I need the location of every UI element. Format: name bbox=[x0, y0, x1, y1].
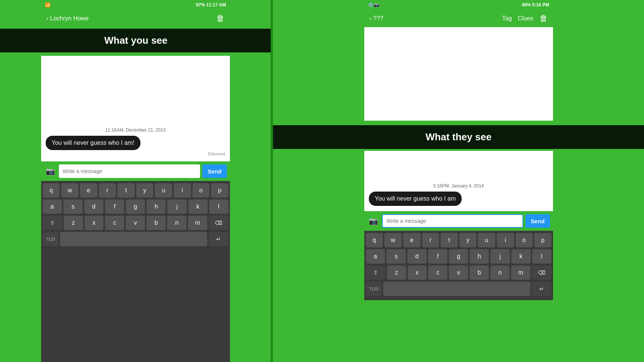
left-trash-icon[interactable]: 🗑 bbox=[216, 14, 225, 23]
rkey-p[interactable]: p bbox=[534, 233, 552, 247]
right-keyboard-row-1: q w e r t y u i o p bbox=[366, 233, 552, 247]
key-k[interactable]: k bbox=[188, 199, 208, 214]
rkey-u[interactable]: u bbox=[478, 233, 495, 247]
left-keyboard-row-3: ⇧ z x c v b n m ⌫ bbox=[43, 216, 228, 230]
key-n[interactable]: n bbox=[167, 216, 186, 230]
key-sym[interactable]: ?123 bbox=[43, 232, 59, 246]
left-chat-area: 11:16AM, December 21, 2013 You will neve… bbox=[41, 56, 230, 161]
left-delivered: Delivered bbox=[46, 152, 225, 156]
left-phone-body: 11:16AM, December 21, 2013 You will neve… bbox=[41, 56, 230, 362]
rkey-g[interactable]: g bbox=[449, 249, 468, 264]
right-chat-timestamp: 5:16PM, January 4, 2014 bbox=[369, 183, 548, 189]
left-camera-icon[interactable]: 📷 bbox=[44, 165, 57, 177]
key-p[interactable]: p bbox=[211, 183, 228, 198]
key-m[interactable]: m bbox=[188, 216, 207, 230]
rkey-shift[interactable]: ⇧ bbox=[366, 265, 385, 280]
key-f[interactable]: f bbox=[105, 199, 124, 214]
what-you-see-label: What you see bbox=[0, 29, 271, 52]
key-v[interactable]: v bbox=[126, 216, 145, 230]
key-x[interactable]: x bbox=[85, 216, 104, 230]
rkey-r[interactable]: r bbox=[422, 233, 439, 247]
key-a[interactable]: a bbox=[43, 199, 62, 214]
left-status-left: 📶 bbox=[45, 2, 51, 8]
right-clues-btn[interactable]: Clues bbox=[518, 15, 533, 22]
right-message-input[interactable] bbox=[382, 214, 523, 228]
key-t[interactable]: t bbox=[117, 183, 135, 198]
rkey-a[interactable]: a bbox=[366, 249, 385, 264]
right-status-bar: ⚙️📷 49% 5:16 PM bbox=[364, 0, 553, 10]
rkey-x[interactable]: x bbox=[408, 265, 427, 280]
key-i[interactable]: i bbox=[174, 183, 191, 198]
left-message-input[interactable] bbox=[59, 164, 200, 178]
right-tag-btn[interactable]: Tag bbox=[502, 15, 512, 22]
key-z[interactable]: z bbox=[64, 216, 83, 230]
rkey-y[interactable]: y bbox=[459, 233, 477, 247]
right-trash-icon[interactable]: 🗑 bbox=[539, 14, 548, 23]
rkey-w[interactable]: w bbox=[384, 233, 402, 247]
key-c[interactable]: c bbox=[105, 216, 124, 230]
left-app-header: ‹ Lochryn Howe 🗑 bbox=[41, 10, 230, 27]
right-status-icons: ⚙️📷 bbox=[368, 2, 379, 8]
key-u[interactable]: u bbox=[155, 183, 172, 198]
key-y[interactable]: y bbox=[136, 183, 154, 198]
rkey-c[interactable]: c bbox=[428, 265, 447, 280]
key-backspace[interactable]: ⌫ bbox=[209, 216, 228, 230]
rkey-space[interactable] bbox=[383, 282, 530, 296]
rkey-backspace[interactable]: ⌫ bbox=[532, 265, 552, 280]
rkey-o[interactable]: o bbox=[516, 233, 533, 247]
key-space[interactable] bbox=[60, 232, 207, 246]
rkey-f[interactable]: f bbox=[428, 249, 447, 264]
rkey-i[interactable]: i bbox=[497, 233, 514, 247]
rkey-t[interactable]: t bbox=[441, 233, 458, 247]
rkey-j[interactable]: j bbox=[490, 249, 510, 264]
right-send-button[interactable]: Send bbox=[525, 214, 550, 228]
key-b[interactable]: b bbox=[146, 216, 166, 230]
right-header-back[interactable]: ‹ ??? bbox=[370, 15, 383, 22]
left-keyboard-row-1: q w e r t y u i o p bbox=[43, 183, 228, 198]
right-header-actions: Tag Clues 🗑 bbox=[502, 14, 548, 23]
key-j[interactable]: j bbox=[167, 199, 186, 214]
rkey-enter[interactable]: ↵ bbox=[532, 282, 552, 296]
key-s[interactable]: s bbox=[63, 199, 83, 214]
rkey-k[interactable]: k bbox=[512, 249, 531, 264]
left-chat-timestamp: 11:16AM, December 21, 2013 bbox=[46, 127, 225, 133]
key-l[interactable]: l bbox=[209, 199, 228, 214]
right-keyboard-row-2: a s d f g h j k l bbox=[366, 249, 552, 264]
rkey-e[interactable]: e bbox=[403, 233, 421, 247]
right-camera-icon[interactable]: 📷 bbox=[367, 215, 380, 227]
left-header-back[interactable]: ‹ Lochryn Howe bbox=[46, 15, 89, 22]
left-status-bar: 📶 97% 11:17 AM bbox=[41, 0, 230, 10]
key-h[interactable]: h bbox=[146, 199, 166, 214]
left-send-button[interactable]: Send bbox=[202, 164, 227, 178]
key-q[interactable]: q bbox=[43, 183, 60, 198]
rkey-q[interactable]: q bbox=[366, 233, 383, 247]
key-enter[interactable]: ↵ bbox=[209, 232, 228, 246]
rkey-m[interactable]: m bbox=[511, 265, 530, 280]
right-chat-bubble: You will never guess who I am bbox=[369, 192, 462, 206]
rkey-v[interactable]: v bbox=[449, 265, 468, 280]
left-keyboard-row-4: ?123 ↵ bbox=[43, 232, 228, 246]
rkey-l[interactable]: l bbox=[532, 249, 552, 264]
rkey-b[interactable]: b bbox=[470, 265, 489, 280]
what-they-see-label: What they see bbox=[273, 125, 644, 149]
right-keyboard-row-3: ⇧ z x c v b n m ⌫ bbox=[366, 265, 552, 280]
key-shift[interactable]: ⇧ bbox=[43, 216, 62, 230]
rkey-d[interactable]: d bbox=[407, 249, 427, 264]
key-d[interactable]: d bbox=[84, 199, 103, 214]
rkey-s[interactable]: s bbox=[387, 249, 406, 264]
rkey-n[interactable]: n bbox=[490, 265, 510, 280]
left-keyboard: q w e r t y u i o p a s d f g h j k l bbox=[41, 181, 230, 362]
rkey-h[interactable]: h bbox=[470, 249, 489, 264]
key-r[interactable]: r bbox=[99, 183, 116, 198]
key-g[interactable]: g bbox=[126, 199, 145, 214]
right-keyboard: q w e r t y u i o p a s d f g h j k l bbox=[364, 231, 553, 300]
left-column: 📶 97% 11:17 AM ‹ Lochryn Howe 🗑 What you… bbox=[0, 0, 271, 362]
rkey-sym[interactable]: ?123 bbox=[366, 282, 382, 296]
key-o[interactable]: o bbox=[193, 183, 210, 198]
key-w[interactable]: w bbox=[61, 183, 79, 198]
key-e[interactable]: e bbox=[80, 183, 97, 198]
left-phone-top: 📶 97% 11:17 AM ‹ Lochryn Howe 🗑 bbox=[41, 0, 230, 27]
left-chat-bubble: You will never guess who I am! bbox=[46, 136, 140, 150]
right-phone-bottom: 5:16PM, January 4, 2014 You will never g… bbox=[364, 151, 553, 300]
rkey-z[interactable]: z bbox=[387, 265, 406, 280]
